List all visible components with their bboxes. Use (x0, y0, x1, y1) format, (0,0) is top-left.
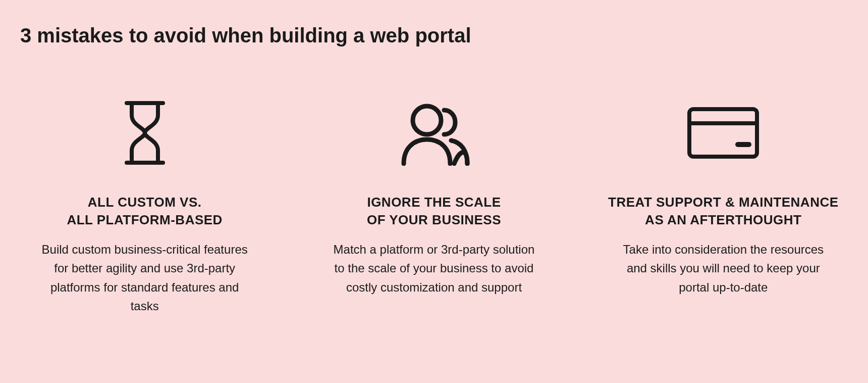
column-1: ALL CUSTOM VS. ALL PLATFORM-BASED Build … (20, 98, 269, 315)
column-body: Match a platform or 3rd-party solution t… (328, 240, 540, 297)
people-icon (394, 98, 474, 168)
page-title: 3 mistakes to avoid when building a web … (20, 24, 848, 47)
svg-point-2 (413, 106, 441, 134)
column-body: Build custom business-critical features … (39, 240, 251, 315)
card-icon (685, 98, 761, 168)
column-heading: ALL CUSTOM VS. ALL PLATFORM-BASED (67, 194, 222, 229)
column-heading: IGNORE THE SCALE OF YOUR BUSINESS (367, 194, 501, 229)
column-heading: TREAT SUPPORT & MAINTENANCE AS AN AFTERT… (608, 194, 838, 229)
column-2: IGNORE THE SCALE OF YOUR BUSINESS Match … (309, 98, 558, 315)
column-body: Take into consideration the resources an… (617, 240, 829, 297)
hourglass-icon (120, 98, 170, 168)
svg-rect-3 (689, 109, 757, 157)
columns-container: ALL CUSTOM VS. ALL PLATFORM-BASED Build … (20, 98, 848, 315)
column-3: TREAT SUPPORT & MAINTENANCE AS AN AFTERT… (599, 98, 848, 315)
